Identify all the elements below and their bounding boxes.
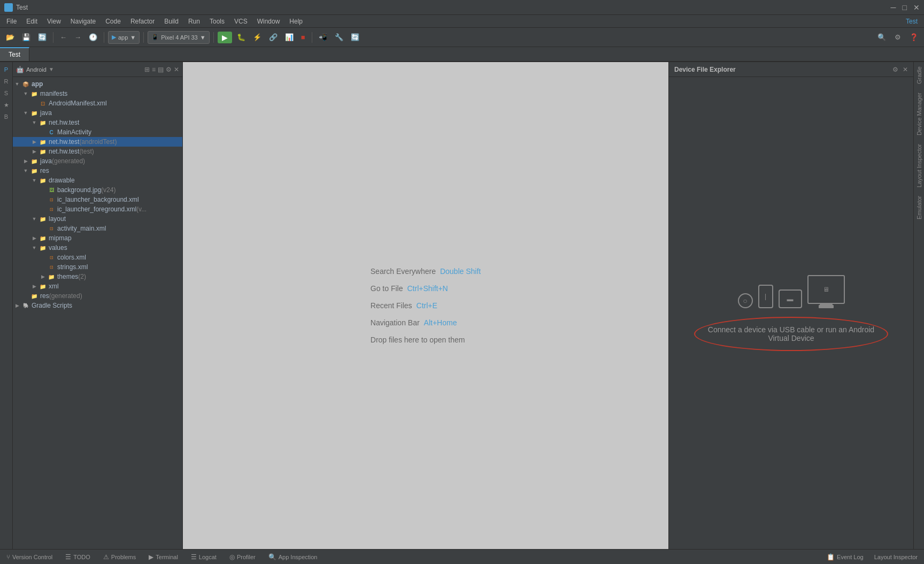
debug-button[interactable]: 🐛: [234, 32, 248, 43]
tree-item-test[interactable]: ▶ 📁 net.hw.test (test): [13, 147, 182, 156]
menu-run[interactable]: Run: [184, 17, 204, 26]
menu-vcs[interactable]: VCS: [230, 17, 252, 26]
sync-project-button[interactable]: 🔄: [348, 32, 362, 43]
device-dropdown[interactable]: 📱 Pixel 4 API 33 ▼: [148, 31, 209, 44]
tree-item-res[interactable]: ▼ 📁 res: [13, 166, 182, 176]
status-event-log[interactable]: 📋 Event Log: [825, 553, 866, 561]
tree-item-ic-bg[interactable]: ⊡ ic_launcher_background.xml: [13, 195, 182, 204]
project-icon-layout[interactable]: ⊞: [144, 66, 150, 73]
toolbar-forward-button[interactable]: →: [72, 32, 84, 43]
monitor-icon: 🖥: [807, 275, 845, 304]
project-icon-flatten[interactable]: ≡: [152, 66, 156, 73]
status-terminal[interactable]: ▶ Terminal: [147, 553, 180, 561]
tree-item-themes[interactable]: ▶ 📁 themes (2): [13, 272, 182, 281]
toolbar-sep2: [104, 32, 104, 43]
arrow-java: ▼: [21, 110, 30, 116]
help-toolbar-button[interactable]: ❓: [907, 32, 921, 43]
icon-strings: ⊡: [47, 263, 56, 271]
run-button[interactable]: ▶: [218, 32, 232, 43]
editor-area: Search Everywhere Double Shift Go to Fil…: [183, 62, 668, 549]
tree-item-java[interactable]: ▼ 📁 java: [13, 108, 182, 118]
menu-window[interactable]: Window: [253, 17, 284, 26]
menu-build[interactable]: Build: [160, 17, 183, 26]
attach-button[interactable]: 🔗: [266, 32, 280, 43]
menu-navigate[interactable]: Navigate: [66, 17, 100, 26]
toolbar-save-button[interactable]: 💾: [19, 32, 33, 43]
status-profiler[interactable]: ◎ Profiler: [227, 553, 258, 561]
tree-item-strings[interactable]: ⊡ strings.xml: [13, 262, 182, 272]
device-panel-title: Device File Explorer: [674, 66, 736, 73]
avd-button[interactable]: 📲: [316, 32, 330, 43]
settings-toolbar-button[interactable]: ⚙: [892, 32, 904, 43]
menu-refactor[interactable]: Refactor: [126, 17, 159, 26]
tab-device-manager[interactable]: Device Manager: [914, 88, 924, 140]
coverage-button[interactable]: 📊: [282, 32, 296, 43]
close-button[interactable]: ✕: [913, 3, 920, 12]
project-icon-close[interactable]: ✕: [174, 66, 179, 73]
toolbar-back-button[interactable]: ←: [57, 32, 70, 43]
menu-tools[interactable]: Tools: [205, 17, 229, 26]
tree-item-androidmanifest[interactable]: ⊡ AndroidManifest.xml: [13, 98, 182, 108]
tree-item-nethwtest[interactable]: ▼ 📁 net.hw.test: [13, 118, 182, 127]
toolbar-sync-button[interactable]: 🔄: [35, 32, 49, 43]
menu-edit[interactable]: Edit: [22, 17, 42, 26]
tree-item-background[interactable]: 🖼 background.jpg (v24): [13, 185, 182, 195]
tab-gradle[interactable]: Gradle: [914, 62, 924, 88]
tree-item-colors[interactable]: ⊡ colors.xml: [13, 253, 182, 262]
tree-item-mainactivity[interactable]: C MainActivity: [13, 127, 182, 137]
android-dropdown-arrow[interactable]: ▼: [49, 66, 54, 72]
toolbar-open-button[interactable]: 📂: [3, 32, 17, 43]
app-dropdown[interactable]: ▶ app ▼: [108, 31, 140, 44]
status-problems[interactable]: ⚠ Problems: [101, 553, 138, 561]
tree-item-manifests[interactable]: ▼ 📁 manifests: [13, 89, 182, 98]
search-toolbar-button[interactable]: 🔍: [875, 32, 889, 43]
tree-item-mipmap[interactable]: ▶ 📁 mipmap: [13, 233, 182, 243]
stop-button[interactable]: ■: [298, 32, 308, 43]
project-icon-settings[interactable]: ⚙: [166, 66, 172, 73]
tree-item-layout[interactable]: ▼ 📁 layout: [13, 214, 182, 224]
maximize-button[interactable]: □: [903, 3, 907, 12]
status-version-control[interactable]: ⑂ Version Control: [4, 553, 55, 561]
tab-emulator[interactable]: Emulator: [914, 192, 924, 224]
status-app-inspection[interactable]: 🔍 App Inspection: [266, 553, 320, 561]
status-logcat[interactable]: ☰ Logcat: [189, 553, 219, 561]
label-res-gen-extra: (generated): [49, 292, 82, 300]
tree-item-activity-main[interactable]: ⊡ activity_main.xml: [13, 224, 182, 233]
menu-view[interactable]: View: [43, 17, 65, 26]
tree-item-values[interactable]: ▼ 📁 values: [13, 243, 182, 253]
toolbar-recent-button[interactable]: 🕐: [86, 32, 100, 43]
sidebar-structure-icon[interactable]: S: [1, 88, 12, 98]
tree-item-drawable[interactable]: ▼ 📁 drawable: [13, 176, 182, 185]
tree-item-ic-fg[interactable]: ⊡ ic_launcher_foreground.xml (v...: [13, 204, 182, 214]
sidebar-project-icon[interactable]: P: [1, 64, 12, 75]
menu-help[interactable]: Help: [285, 17, 307, 26]
tree-item-app[interactable]: ▼ 📦 app: [13, 79, 182, 89]
sidebar-favorites-icon[interactable]: ★: [1, 100, 12, 110]
status-app-inspection-label: App Inspection: [279, 554, 318, 560]
status-layout-inspector[interactable]: Layout Inspector: [872, 553, 920, 561]
sdk-button[interactable]: 🔧: [332, 32, 346, 43]
menu-code[interactable]: Code: [101, 17, 125, 26]
tree-item-gradle[interactable]: ▶ 🐘 Gradle Scripts: [13, 301, 182, 310]
project-icon-collapse[interactable]: ▤: [158, 66, 164, 73]
sidebar-variants-icon[interactable]: B: [1, 111, 12, 122]
label-mipmap: mipmap: [49, 234, 72, 242]
tab-layout-inspector[interactable]: Layout Inspector: [914, 140, 924, 192]
toolbar-sep3: [143, 32, 144, 43]
tree-item-res-gen[interactable]: 📁 res (generated): [13, 291, 182, 301]
tab-test[interactable]: Test: [0, 47, 29, 61]
tree-item-xml[interactable]: ▶ 📁 xml: [13, 281, 182, 291]
profile-button[interactable]: ⚡: [250, 32, 264, 43]
status-todo[interactable]: ☰ TODO: [63, 553, 93, 561]
main-content: P R S ★ B 🤖 Android ▼ ⊞ ≡ ▤ ⚙ ✕ ▼ 📦 app: [0, 62, 924, 549]
tree-item-java-gen[interactable]: ▶ 📁 java (generated): [13, 156, 182, 166]
menu-file[interactable]: File: [2, 17, 21, 26]
device-panel-close-icon[interactable]: ✕: [903, 66, 908, 73]
label-colors: colors.xml: [57, 254, 86, 261]
sidebar-resource-icon[interactable]: R: [1, 76, 12, 87]
device-settings-icon[interactable]: ⚙: [892, 66, 898, 73]
minimize-button[interactable]: ─: [891, 3, 896, 12]
icon-java-folder: 📁: [30, 109, 38, 117]
tree-item-androidtest[interactable]: ▶ 📁 net.hw.test (androidTest): [13, 137, 182, 147]
device-panel-content: ○ | ▬ 🖥 Connect a device via USB cable o…: [669, 77, 913, 549]
